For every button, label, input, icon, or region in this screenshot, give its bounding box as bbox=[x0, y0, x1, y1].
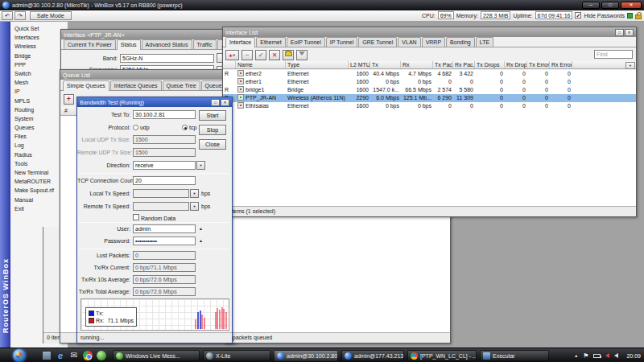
queue-list-titlebar[interactable]: Queue List bbox=[60, 70, 236, 80]
tab-traffic[interactable]: Traffic bbox=[193, 39, 217, 49]
tab-lte[interactable]: LTE bbox=[476, 37, 493, 47]
tab-queue-tree[interactable]: Queue Tree bbox=[163, 80, 200, 90]
column-header-rx-pac[interactable]: Rx Pac... bbox=[453, 61, 475, 68]
undo-icon[interactable]: ↶ bbox=[2, 11, 13, 20]
interface-detail-titlebar[interactable]: Interface <PTP_JR-AN> bbox=[61, 30, 231, 39]
column-header-rx-drops[interactable]: Rx Drops bbox=[505, 61, 527, 68]
close-icon[interactable]: ✕ bbox=[621, 2, 642, 9]
tab-interface[interactable]: Interface bbox=[225, 37, 255, 47]
add-queue-button[interactable]: + bbox=[64, 94, 74, 105]
band-field[interactable]: 5GHz-N bbox=[120, 54, 214, 63]
direction-field[interactable]: receive bbox=[133, 161, 196, 170]
column-header-name[interactable]: Name bbox=[236, 61, 286, 68]
table-row-ptp-jr-an[interactable]: RPTP_JR-ANWireless (Atheros 11N)22906.0 … bbox=[223, 94, 636, 102]
tab-ip-tunnel[interactable]: IP Tunnel bbox=[326, 37, 357, 47]
stop-button[interactable]: Stop bbox=[199, 125, 226, 135]
safe-mode-button[interactable]: Safe Mode bbox=[30, 11, 72, 20]
muted-audio-icon[interactable] bbox=[605, 353, 609, 358]
mail-icon[interactable]: ✉ bbox=[69, 351, 79, 360]
sidebar-item-label: System bbox=[14, 116, 33, 121]
maximize-icon[interactable]: □ bbox=[615, 29, 624, 36]
taskbar-button-admin-30-100-2-80[interactable]: admin@30.100.2.80 ... bbox=[274, 350, 338, 361]
show-hidden-icons[interactable]: ▲ bbox=[574, 353, 578, 358]
column-header-rx-errors[interactable]: Rx Errors bbox=[550, 61, 572, 68]
tab-eoip-tunnel[interactable]: EoIP Tunnel bbox=[287, 37, 325, 47]
close-icon[interactable]: ✕ bbox=[221, 99, 229, 106]
tab-status[interactable]: Status bbox=[117, 39, 141, 50]
add-interface-button[interactable]: +▼ bbox=[225, 50, 239, 60]
tab-gre-tunnel[interactable]: GRE Tunnel bbox=[358, 37, 397, 47]
random-data-checkbox[interactable] bbox=[133, 214, 139, 220]
rx-bar bbox=[223, 309, 225, 329]
table-row-ether1[interactable]: ether1Ethernet16000 bps0 bps000000 bbox=[223, 78, 636, 86]
comment-button-folder-icon[interactable] bbox=[283, 50, 294, 60]
user-up-icon[interactable]: ▲ bbox=[197, 224, 204, 233]
table-row-ethisaias[interactable]: EthIsaiasEthernet16000 bps0 bps000000 bbox=[223, 102, 636, 110]
action-center-flag-icon[interactable]: ⚑ bbox=[583, 352, 588, 360]
column-header-flag[interactable] bbox=[223, 61, 236, 68]
remote-speed-dropdown-icon[interactable]: ▼ bbox=[190, 202, 199, 211]
column-header-tx[interactable]: Tx bbox=[370, 61, 401, 68]
column-header-l2-mtu[interactable]: L2 MTU bbox=[349, 61, 370, 68]
direction-dropdown-icon[interactable]: ▼ bbox=[196, 161, 205, 170]
table-row-ether2[interactable]: Rether2Ethernet160040.4 Mbps4.7 Mbps4 68… bbox=[223, 70, 636, 78]
main-titlebar[interactable]: admin@30.100.2.80 (MikroTik) - WinBox v5… bbox=[0, 0, 644, 10]
radio-udp[interactable] bbox=[133, 125, 138, 130]
protocol-tcp-option[interactable]: tcp bbox=[182, 123, 196, 132]
taskbar-button-executar[interactable]: Executar bbox=[480, 350, 549, 361]
test-to-field[interactable]: 30.100.2.81 bbox=[133, 110, 196, 119]
taskbar-button-windows-live-mess[interactable]: Windows Live Mess... bbox=[113, 350, 200, 361]
tray-clock[interactable]: 20:09 bbox=[626, 353, 641, 359]
green-app-icon[interactable] bbox=[97, 351, 106, 360]
radio-tcp[interactable] bbox=[182, 125, 188, 130]
tcp-connection-count-field[interactable]: 20 bbox=[133, 176, 196, 185]
tab-vlan[interactable]: VLAN bbox=[398, 37, 420, 47]
tab-simple-queues[interactable]: Simple Queues bbox=[63, 80, 109, 91]
column-select-button[interactable]: ▼ bbox=[625, 62, 635, 69]
close-button[interactable]: Close bbox=[199, 139, 226, 150]
column-header-tx-pac[interactable]: Tx Pac... bbox=[433, 61, 453, 68]
wlm-icon bbox=[116, 352, 123, 360]
start-button[interactable] bbox=[13, 349, 26, 362]
protocol-udp-option[interactable]: udp bbox=[133, 123, 150, 132]
column-header-type[interactable]: Type bbox=[286, 61, 349, 68]
taskbar-button-ptp-wn-lc-cl[interactable]: [PTP_WN_LC_CL] - ... bbox=[407, 350, 477, 361]
redo-icon[interactable]: ↷ bbox=[14, 11, 26, 20]
local-speed-dropdown-icon[interactable]: ▼ bbox=[190, 189, 199, 198]
internet-explorer-icon[interactable]: e bbox=[56, 351, 65, 360]
bandwidth-test-titlebar[interactable]: Bandwidth Test (Running) □ ✕ bbox=[77, 97, 232, 107]
filter-button-funnel-icon[interactable] bbox=[296, 50, 308, 60]
enable-button-check-icon[interactable]: ✓ bbox=[255, 50, 266, 60]
start-button[interactable]: Start bbox=[199, 110, 226, 121]
password-up-icon[interactable]: ▲ bbox=[197, 237, 204, 245]
minimize-icon[interactable]: ─ bbox=[582, 2, 600, 9]
remove-interface-button[interactable]: − bbox=[242, 50, 253, 60]
taskbar-button-x-lite[interactable]: X-Lite bbox=[203, 350, 270, 361]
taskbar-button-admin-177-43-213[interactable]: admin@177.43.213.... bbox=[341, 350, 404, 361]
column-header-tx-errors[interactable]: Tx Errors bbox=[527, 61, 550, 68]
rx-bar bbox=[225, 312, 227, 329]
tab-ethernet[interactable]: Ethernet bbox=[256, 37, 285, 47]
interface-list-titlebar[interactable]: Interface List □ ✕ bbox=[223, 27, 636, 37]
chrome-icon[interactable] bbox=[83, 351, 93, 360]
table-row-bridge1[interactable]: Rbridge1Bridge16001547.0 k...66.5 Mbps2 … bbox=[223, 86, 636, 94]
remote-desktop-icon[interactable] bbox=[42, 351, 52, 360]
tab-advanced-status[interactable]: Advanced Status bbox=[142, 39, 192, 49]
volume-icon[interactable] bbox=[614, 353, 618, 358]
cell-tx-drops: 0 bbox=[475, 70, 505, 78]
disable-button-cross-icon[interactable]: ✕ bbox=[269, 50, 280, 60]
close-icon[interactable]: ✕ bbox=[625, 29, 634, 36]
find-input[interactable]: Find bbox=[594, 50, 633, 59]
maximize-icon[interactable]: □ bbox=[211, 99, 220, 106]
tab-interface-queues[interactable]: Interface Queues bbox=[110, 80, 162, 90]
column-header-tx-drops[interactable]: Tx Drops bbox=[475, 61, 505, 68]
battery-icon[interactable] bbox=[593, 354, 601, 358]
password-field[interactable]: ••••••••••• bbox=[133, 237, 196, 245]
maximize-icon[interactable]: □ bbox=[601, 2, 619, 9]
tab-bonding[interactable]: Bonding bbox=[446, 37, 475, 47]
tab-current-tx-power[interactable]: Current Tx Power bbox=[64, 39, 116, 49]
column-header-rx[interactable]: Rx bbox=[401, 61, 433, 68]
hide-passwords-checkbox[interactable]: ✓ bbox=[575, 12, 581, 19]
tab-vrrp[interactable]: VRRP bbox=[422, 37, 445, 47]
user-field[interactable]: admin bbox=[133, 224, 196, 233]
